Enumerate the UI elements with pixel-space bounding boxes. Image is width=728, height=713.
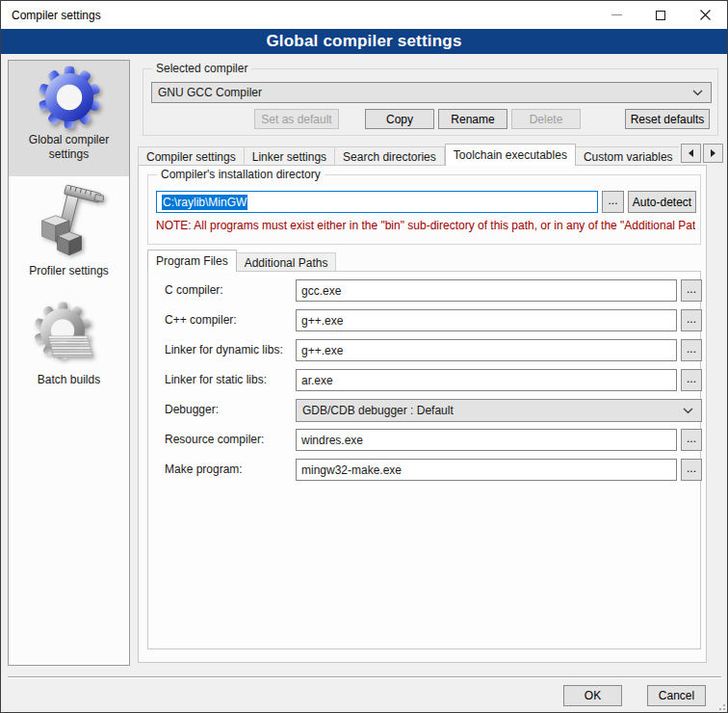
tab-custom-variables[interactable]: Custom variables (576, 146, 679, 166)
close-button[interactable] (683, 1, 727, 29)
toolchain-executables-panel: Compiler's installation directory C:\ray… (138, 165, 707, 663)
tab-toolchain-executables[interactable]: Toolchain executables (445, 144, 576, 166)
ellipsis-icon: ... (687, 282, 696, 296)
static-linker-browse-button[interactable]: ... (681, 369, 702, 391)
tab-scroll-right-button[interactable] (703, 144, 723, 163)
static-linker-label: Linker for static libs: (165, 373, 267, 386)
compiler-select[interactable]: GNU GCC Compiler (151, 82, 712, 103)
delete-button[interactable]: Delete (511, 109, 581, 129)
settings-category-list: Global compiler settings (8, 60, 130, 666)
ellipsis-icon: ... (687, 462, 696, 475)
cpp-compiler-input[interactable]: g++.exe (296, 309, 677, 331)
maximize-button[interactable] (638, 1, 683, 29)
sidebar-item-label: Global compiler settings (9, 133, 129, 162)
make-program-label: Make program: (165, 462, 243, 476)
dynamic-linker-value: g++.exe (301, 344, 343, 357)
installation-directory-input[interactable]: C:\raylib\MinGW (156, 191, 598, 213)
static-linker-row: Linker for static libs: ar.exe ... (148, 369, 702, 392)
c-compiler-browse-button[interactable]: ... (681, 279, 702, 302)
sidebar-item-global-compiler-settings[interactable]: Global compiler settings (9, 61, 129, 176)
c-compiler-label: C compiler: (165, 283, 223, 297)
static-linker-value: ar.exe (301, 374, 333, 387)
ok-label: OK (585, 689, 601, 702)
resource-compiler-value: windres.exe (301, 434, 363, 447)
ellipsis-icon: ... (608, 194, 617, 207)
debugger-value: GDB/CDB debugger : Default (302, 404, 454, 417)
set-as-default-button[interactable]: Set as default (254, 109, 339, 129)
window-title: Compiler settings (1, 9, 594, 22)
ellipsis-icon: ... (687, 372, 696, 385)
cpp-compiler-row: C++ compiler: g++.exe ... (148, 309, 702, 332)
caliper-cubes-icon (35, 183, 104, 260)
debugger-select[interactable]: GDB/CDB debugger : Default (296, 399, 702, 422)
minimize-icon (611, 14, 622, 15)
copy-label: Copy (386, 113, 413, 126)
ok-button[interactable]: OK (563, 685, 622, 706)
sidebar-item-batch-builds[interactable]: Batch builds (9, 302, 129, 402)
static-linker-input[interactable]: ar.exe (296, 369, 677, 391)
delete-label: Delete (530, 113, 563, 126)
auto-detect-button[interactable]: Auto-detect (628, 191, 696, 213)
c-compiler-input[interactable]: gcc.exe (296, 279, 677, 302)
debugger-label: Debugger: (165, 403, 219, 416)
titlebar: Compiler settings (1, 1, 727, 29)
tab-scroll-buttons (681, 144, 723, 163)
dynamic-linker-row: Linker for dynamic libs: g++.exe ... (148, 339, 702, 362)
cpp-compiler-browse-button[interactable]: ... (681, 309, 702, 331)
tab-scroll-left-button[interactable] (681, 144, 701, 163)
resource-compiler-input[interactable]: windres.exe (296, 429, 677, 451)
tab-compiler-settings[interactable]: Compiler settings (138, 146, 245, 166)
cancel-button[interactable]: Cancel (647, 685, 706, 706)
tab-additional-paths[interactable]: Additional Paths (237, 252, 337, 272)
installation-directory-browse-button[interactable]: ... (602, 191, 624, 213)
auto-detect-label: Auto-detect (633, 196, 691, 209)
maximize-icon (656, 11, 665, 20)
blue-gear-icon (38, 66, 101, 129)
installation-directory-value: C:\raylib\MinGW (162, 195, 247, 210)
compiler-settings-dialog: Compiler settings Global compiler settin… (0, 0, 728, 713)
make-program-row: Make program: mingw32-make.exe ... (148, 459, 702, 482)
cpp-compiler-label: C++ compiler: (165, 313, 237, 327)
dynamic-linker-label: Linker for dynamic libs: (165, 343, 283, 356)
minimize-button[interactable] (594, 1, 638, 29)
scroll-left-icon (685, 149, 693, 157)
c-compiler-row: C compiler: gcc.exe ... (148, 279, 702, 303)
chevron-down-icon (683, 408, 693, 414)
rename-button[interactable]: Rename (438, 109, 507, 129)
tab-linker-settings[interactable]: Linker settings (245, 146, 335, 166)
dynamic-linker-input[interactable]: g++.exe (296, 339, 677, 361)
ellipsis-icon: ... (687, 312, 696, 326)
footer-divider (8, 676, 721, 678)
cancel-label: Cancel (659, 689, 694, 702)
resource-compiler-browse-button[interactable]: ... (681, 429, 702, 451)
close-icon (700, 10, 711, 20)
selected-compiler-group: Selected compiler GNU GCC Compiler Set a… (143, 68, 718, 136)
resource-compiler-row: Resource compiler: windres.exe ... (148, 429, 702, 452)
sidebar-item-label: Batch builds (34, 373, 104, 387)
ellipsis-icon: ... (687, 432, 696, 445)
dialog-body: Global compiler settings (1, 54, 727, 712)
installation-directory-group: Compiler's installation directory C:\ray… (147, 174, 701, 245)
program-files-panel: C compiler: gcc.exe ... C++ compiler: g+… (147, 271, 701, 649)
set-as-default-label: Set as default (261, 113, 331, 126)
installation-directory-legend: Compiler's installation directory (157, 168, 325, 181)
sidebar-item-profiler-settings[interactable]: Profiler settings (9, 183, 129, 285)
scroll-right-icon (711, 149, 719, 157)
tab-program-files[interactable]: Program Files (147, 250, 237, 272)
rename-label: Rename (451, 113, 494, 126)
c-compiler-value: gcc.exe (301, 284, 341, 298)
selected-compiler-legend: Selected compiler (152, 62, 251, 75)
page-title: Global compiler settings (1, 29, 727, 54)
copy-button[interactable]: Copy (365, 109, 434, 129)
make-program-input[interactable]: mingw32-make.exe (296, 459, 677, 481)
settings-tab-strip: Compiler settings Linker settings Search… (138, 142, 679, 166)
chevron-down-icon (692, 90, 703, 96)
make-program-value: mingw32-make.exe (301, 463, 402, 477)
dynamic-linker-browse-button[interactable]: ... (681, 339, 702, 361)
resize-grip[interactable] (715, 700, 725, 710)
reset-defaults-button[interactable]: Reset defaults (625, 109, 710, 129)
resource-compiler-label: Resource compiler: (165, 433, 264, 446)
compiler-select-value: GNU GCC Compiler (158, 86, 262, 99)
make-program-browse-button[interactable]: ... (681, 459, 702, 481)
tab-search-directories[interactable]: Search directories (335, 146, 445, 166)
